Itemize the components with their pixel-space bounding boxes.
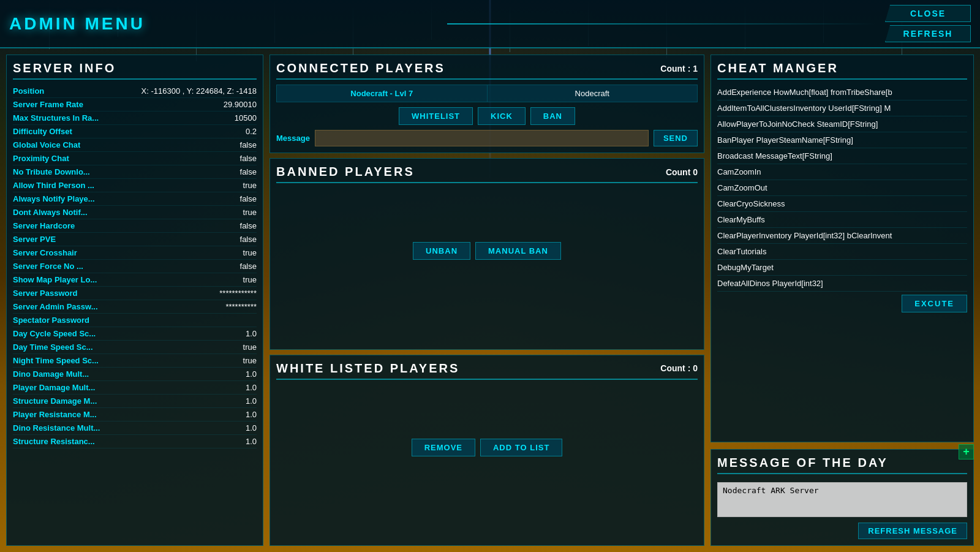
info-row: Allow Third Person ...true bbox=[13, 179, 257, 192]
info-value: false bbox=[240, 194, 257, 203]
info-label: Day Time Speed Sc... bbox=[13, 342, 93, 352]
unban-button[interactable]: UNBAN bbox=[413, 242, 470, 260]
info-value: 1.0 bbox=[246, 396, 257, 406]
info-label: Dino Resistance Mult... bbox=[13, 423, 100, 433]
title-line bbox=[447, 23, 876, 25]
info-label: Server Hardcore bbox=[13, 221, 75, 230]
execute-button[interactable]: EXCUTE bbox=[902, 295, 967, 312]
info-label: Night Time Speed Sc... bbox=[13, 356, 99, 365]
whitelisted-players-count: Count : 0 bbox=[660, 363, 698, 373]
kick-button[interactable]: KICK bbox=[478, 107, 526, 125]
info-row: Server Hardcorefalse bbox=[13, 219, 257, 233]
cheat-commands-list: AddExperience HowMuch[float] fromTribeSh… bbox=[717, 85, 967, 292]
cheat-item[interactable]: AddItemToAllClustersInventory UserId[FSt… bbox=[717, 100, 967, 116]
whitelisted-players-list bbox=[276, 385, 698, 434]
info-value: 0.2 bbox=[246, 127, 257, 136]
refresh-button[interactable]: REFRESH bbox=[885, 25, 971, 42]
info-label: Difficulty Offset bbox=[13, 127, 72, 136]
player-action-buttons: WHITELIST KICK BAN bbox=[276, 107, 698, 125]
banned-players-count: Count 0 bbox=[666, 167, 698, 177]
info-label: Dino Damage Mult... bbox=[13, 369, 89, 379]
info-label: Server Password bbox=[13, 289, 78, 298]
cheat-item[interactable]: Broadcast MessageText[FString] bbox=[717, 148, 967, 164]
message-input[interactable] bbox=[315, 130, 649, 146]
content-area: SERVER INFO PositionX: -116300 , Y: 2246… bbox=[0, 48, 980, 552]
cheat-item[interactable]: ClearCryoSickness bbox=[717, 196, 967, 212]
info-value: true bbox=[243, 275, 257, 284]
cheat-item[interactable]: BanPlayer PlayerSteamName[FString] bbox=[717, 132, 967, 148]
info-row: Dino Resistance Mult...1.0 bbox=[13, 422, 257, 435]
server-info-title: SERVER INFO bbox=[13, 61, 257, 80]
info-row: Server Admin Passw...********** bbox=[13, 300, 257, 314]
refresh-message-button[interactable]: REFRESH MESSAGE bbox=[858, 523, 967, 539]
refresh-message-row: REFRESH MESSAGE bbox=[717, 523, 967, 539]
info-label: Max Structures In Ra... bbox=[13, 113, 99, 123]
admin-menu-title: ADMIN MENU bbox=[9, 14, 438, 34]
info-row: Structure Resistanc...1.0 bbox=[13, 435, 257, 448]
cheat-item[interactable]: DebugMyTarget bbox=[717, 260, 967, 276]
top-bar: ADMIN MENU CLOSE REFRESH bbox=[0, 0, 980, 48]
info-label: Global Voice Chat bbox=[13, 140, 80, 149]
info-value: true bbox=[243, 342, 257, 352]
cheat-item[interactable]: ClearPlayerInventory PlayerId[int32] bCl… bbox=[717, 228, 967, 244]
info-row: Server Password************ bbox=[13, 287, 257, 300]
info-row: Always Notify Playe...false bbox=[13, 192, 257, 206]
cheat-manager-panel: CHEAT MANGER AddExperience HowMuch[float… bbox=[710, 55, 974, 442]
info-row: Server Crosshairtrue bbox=[13, 246, 257, 260]
info-label: Server Force No ... bbox=[13, 262, 83, 271]
close-button[interactable]: CLOSE bbox=[885, 5, 971, 22]
info-value: 1.0 bbox=[246, 329, 257, 338]
whitelist-button[interactable]: WHITELIST bbox=[399, 107, 473, 125]
info-value: true bbox=[243, 181, 257, 190]
plus-button[interactable]: + bbox=[959, 444, 974, 459]
info-label: Server Frame Rate bbox=[13, 100, 83, 109]
cheat-item[interactable]: AllowPlayerToJoinNoCheck SteamID[FString… bbox=[717, 116, 967, 132]
info-row: Dino Damage Mult...1.0 bbox=[13, 368, 257, 381]
info-value: 1.0 bbox=[246, 383, 257, 392]
add-to-list-button[interactable]: ADD TO LIST bbox=[480, 439, 562, 456]
info-row: Max Structures In Ra...10500 bbox=[13, 112, 257, 125]
remove-button[interactable]: REMOVE bbox=[412, 439, 475, 456]
middle-panel: CONNECTED PLAYERS Count : 1 Nodecraft - … bbox=[263, 55, 710, 546]
info-value: 1.0 bbox=[246, 369, 257, 379]
message-row: Message SEND bbox=[276, 130, 698, 146]
info-row: Server Force No ...false bbox=[13, 260, 257, 273]
info-row: Structure Damage M...1.0 bbox=[13, 395, 257, 408]
whitelisted-players-panel: WHITE LISTED PLAYERS Count : 0 REMOVE AD… bbox=[270, 355, 704, 546]
banned-players-list bbox=[276, 188, 698, 237]
manual-ban-button[interactable]: Manual Ban bbox=[475, 242, 561, 260]
cheat-item[interactable]: CamZoomIn bbox=[717, 164, 967, 180]
cheat-item[interactable]: ClearTutorials bbox=[717, 244, 967, 260]
info-label: Server Admin Passw... bbox=[13, 302, 98, 311]
banned-players-panel: BANNED PLAYERS Count 0 UNBAN Manual Ban bbox=[270, 158, 704, 350]
info-label: Spectator Password bbox=[13, 316, 89, 325]
player-row[interactable]: Nodecraft - Lvl 7Nodecraft bbox=[276, 85, 698, 102]
cheat-item[interactable]: ClearMyBuffs bbox=[717, 212, 967, 228]
cheat-item[interactable]: DefeatAllDinos PlayerId[int32] bbox=[717, 276, 967, 292]
server-info-rows: PositionX: -116300 , Y: 224684, Z: -1418… bbox=[13, 85, 257, 448]
cheat-item[interactable]: CamZoomOut bbox=[717, 180, 967, 196]
ui-overlay: ADMIN MENU CLOSE REFRESH SERVER INFO Pos… bbox=[0, 0, 980, 552]
info-value: false bbox=[240, 221, 257, 230]
ban-button[interactable]: BAN bbox=[530, 107, 575, 125]
info-value: X: -116300 , Y: 224684, Z: -1418 bbox=[141, 86, 257, 96]
info-label: Position bbox=[13, 86, 44, 96]
motd-panel: MESSAGE OF THE DAY REFRESH MESSAGE bbox=[710, 449, 974, 546]
motd-input[interactable] bbox=[717, 482, 967, 517]
send-button[interactable]: SEND bbox=[654, 130, 698, 146]
motd-title: MESSAGE OF THE DAY bbox=[717, 456, 967, 474]
info-row: No Tribute Downlo...false bbox=[13, 165, 257, 179]
cheat-item[interactable]: AddExperience HowMuch[float] fromTribeSh… bbox=[717, 85, 967, 100]
info-row: PositionX: -116300 , Y: 224684, Z: -1418 bbox=[13, 85, 257, 98]
info-label: Server Crosshair bbox=[13, 248, 77, 257]
info-label: Structure Damage M... bbox=[13, 396, 97, 406]
execute-row: EXCUTE bbox=[717, 295, 967, 312]
info-value: true bbox=[243, 208, 257, 217]
info-row: Server Frame Rate29.90010 bbox=[13, 98, 257, 112]
info-value: 1.0 bbox=[246, 423, 257, 433]
whitelisted-players-header: WHITE LISTED PLAYERS Count : 0 bbox=[276, 361, 698, 380]
connected-players-title: CONNECTED PLAYERS bbox=[276, 61, 445, 75]
info-value: false bbox=[240, 140, 257, 149]
connected-players-count: Count : 1 bbox=[660, 64, 698, 74]
info-value: false bbox=[240, 167, 257, 176]
